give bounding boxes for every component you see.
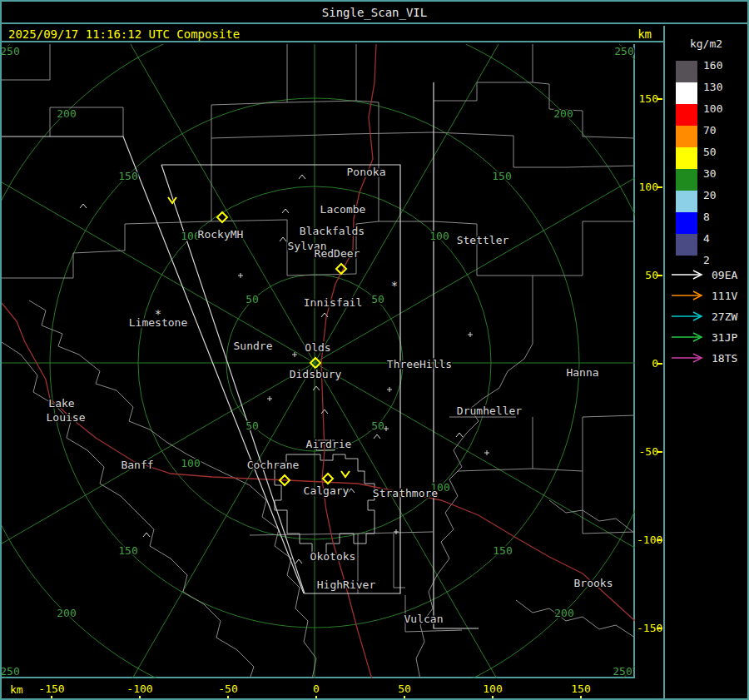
ring-distance-label: 250 xyxy=(613,665,632,678)
city-label: Olds xyxy=(305,341,330,354)
county-boundary xyxy=(29,300,316,678)
window-title: Single_Scan_VIL xyxy=(322,6,427,19)
ring-distance-label: 200 xyxy=(57,607,76,619)
ring-distance-label: 250 xyxy=(2,45,20,57)
county-boundary xyxy=(533,415,635,471)
radar-map-display[interactable]: 5050505010010010010015015015015020020020… xyxy=(2,44,635,678)
ring-distance-label: 250 xyxy=(2,665,20,678)
city-label: RedDeer xyxy=(315,247,360,260)
color-scale-swatch xyxy=(676,126,697,147)
ring-distance-label: 50 xyxy=(246,420,259,432)
ring-distance-label: 150 xyxy=(118,544,137,557)
y-axis-tick-label: 0 xyxy=(637,357,658,370)
city-label: ThreeHills xyxy=(387,358,452,370)
color-scale-swatch xyxy=(676,169,697,191)
city-label: Innisfail xyxy=(304,296,362,309)
radar-id: 111V xyxy=(712,290,737,302)
city-label: Strathmore xyxy=(373,487,438,499)
radar-app-window: Single_Scan_VIL 2025/09/17 11:16:12 UTC … xyxy=(0,0,749,700)
radar-legend-entry[interactable]: 111V xyxy=(670,290,747,301)
info-bar: 2025/09/17 11:16:12 UTC Composite km xyxy=(2,26,663,42)
y-axis-tick-label: 100 xyxy=(637,181,658,193)
y-axis: 150100500-50-100-150 xyxy=(637,44,663,680)
city-label: Calgary xyxy=(304,484,350,497)
x-axis-tick xyxy=(51,696,52,700)
arrow-chevron-marker xyxy=(341,471,350,477)
county-boundary xyxy=(287,44,356,102)
color-scale-value: 2 xyxy=(703,254,745,265)
county-boundary xyxy=(394,534,405,588)
color-scale-value: 100 xyxy=(703,102,745,113)
radar-arrow-icon xyxy=(670,353,708,364)
radar-id: 27ZW xyxy=(712,310,737,323)
city-label: Blackfalds xyxy=(300,225,365,237)
radar-arrow-icon xyxy=(670,290,708,301)
radar-legend-entry[interactable]: 31JP xyxy=(670,331,747,343)
city-label: RockyMH xyxy=(198,228,244,241)
x-axis-tick-label: 0 xyxy=(300,683,333,695)
city-label: Okotoks xyxy=(310,550,356,563)
radar-map-canvas[interactable]: 5050505010010010010015015015015020020020… xyxy=(2,44,635,678)
color-scale-value: 50 xyxy=(703,146,745,156)
x-axis-unit: km xyxy=(10,683,23,696)
x-axis-tick-label: 150 xyxy=(564,683,598,695)
city-label: Drumheller xyxy=(457,405,522,417)
timestamp: 2025/09/17 11:16:12 UTC Composite xyxy=(8,27,240,41)
y-axis-unit: km xyxy=(637,27,652,41)
color-scale-swatch xyxy=(676,104,697,126)
legend-panel: kg/m2 16013010070503020842 09EA111V27ZW3… xyxy=(663,26,747,700)
city-label: Louise xyxy=(47,411,86,424)
city-label: Sundre xyxy=(234,340,273,352)
color-scale-swatch xyxy=(676,234,697,256)
city-label: Limestone xyxy=(129,316,188,329)
y-axis-tick-label: -50 xyxy=(637,445,658,458)
x-axis-tick-label: 100 xyxy=(476,683,509,695)
color-scale-swatch xyxy=(676,212,697,234)
radar-legend-entry[interactable]: 09EA xyxy=(670,269,747,280)
city-label: Banff xyxy=(121,459,153,471)
obs-star-marker: * xyxy=(391,279,398,292)
radar-id: 18TS xyxy=(712,352,737,365)
y-axis-tick xyxy=(657,275,662,276)
x-axis-tick-label: 50 xyxy=(388,683,421,695)
ring-distance-label: 50 xyxy=(371,420,384,432)
ring-distance-label: 150 xyxy=(118,170,137,182)
radar-id: 09EA xyxy=(712,269,737,281)
ring-distance-label: 200 xyxy=(553,107,573,120)
radar-id: 31JP xyxy=(712,331,737,344)
city-label: Didsbury xyxy=(290,368,342,380)
radar-arrow-icon xyxy=(670,332,708,343)
x-axis-tick-label: -50 xyxy=(211,683,245,695)
ring-distance-label: 250 xyxy=(614,45,633,57)
radar-arrow-icon xyxy=(670,270,708,280)
y-axis-tick xyxy=(657,628,662,629)
town-caret-marker xyxy=(321,410,328,414)
county-boundary xyxy=(516,600,635,638)
color-scale-swatch xyxy=(676,82,697,104)
city-label: Hanna xyxy=(566,366,598,379)
county-boundary xyxy=(549,500,635,534)
radar-legend-entry[interactable]: 27ZW xyxy=(670,310,747,322)
ring-distance-label: 100 xyxy=(181,457,200,469)
city-label: Airdrie xyxy=(306,438,352,450)
color-scale-swatch xyxy=(676,191,697,212)
radar-coverage-outline xyxy=(434,82,479,628)
county-boundary xyxy=(458,417,533,471)
color-scale-swatch xyxy=(676,61,697,82)
county-boundary xyxy=(379,221,533,344)
y-axis-tick-label: 50 xyxy=(637,269,658,281)
town-caret-marker xyxy=(143,533,150,537)
radar-legend-entry[interactable]: 18TS xyxy=(670,352,747,364)
color-scale-value: 160 xyxy=(703,59,745,70)
county-boundary xyxy=(533,221,635,276)
color-scale-value: 70 xyxy=(703,124,745,135)
x-axis-tick xyxy=(580,696,582,700)
x-axis-tick xyxy=(492,696,494,700)
ring-distance-label: 50 xyxy=(246,293,259,305)
town-caret-marker xyxy=(282,209,289,213)
city-label: Cochrane xyxy=(247,459,300,471)
legend-unit-label: kg/m2 xyxy=(665,37,747,50)
city-label: Lacombe xyxy=(320,203,366,216)
town-caret-marker xyxy=(456,433,463,437)
x-axis-tick-label: -100 xyxy=(123,683,156,695)
